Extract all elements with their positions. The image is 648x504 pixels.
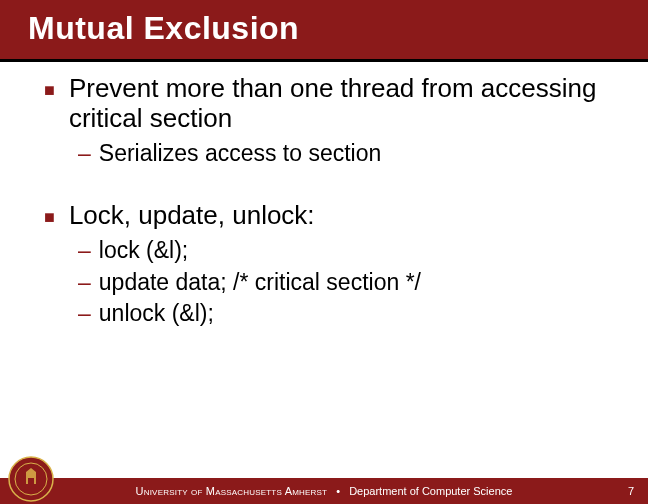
sub-bullet-item: – unlock (&l); <box>78 300 614 328</box>
page-number: 7 <box>628 485 634 497</box>
bullet-text: Lock, update, unlock: <box>69 201 315 231</box>
dash-bullet-icon: – <box>78 140 91 168</box>
square-bullet-icon: ■ <box>44 207 55 231</box>
bullet-text: Prevent more than one thread from access… <box>69 74 614 134</box>
sub-bullet-text: lock (&l); <box>99 237 188 265</box>
bullet-item: ■ Lock, update, unlock: <box>44 201 614 231</box>
sub-bullet-item: – Serializes access to section <box>78 140 614 168</box>
bullet-separator-icon: • <box>336 485 340 497</box>
slide-content: ■ Prevent more than one thread from acce… <box>0 62 648 328</box>
sub-bullet-item: – update data; /* critical section */ <box>78 269 614 297</box>
sub-bullet-item: – lock (&l); <box>78 237 614 265</box>
dash-bullet-icon: – <box>78 237 91 265</box>
slide-title: Mutual Exclusion <box>28 10 648 47</box>
dash-bullet-icon: – <box>78 269 91 297</box>
square-bullet-icon: ■ <box>44 80 55 134</box>
footer-text: University of Massachusetts Amherst • De… <box>136 485 513 497</box>
sub-bullet-text: Serializes access to section <box>99 140 382 168</box>
sub-bullet-text: update data; /* critical section */ <box>99 269 421 297</box>
sub-bullet-text: unlock (&l); <box>99 300 214 328</box>
svg-rect-2 <box>28 478 34 484</box>
university-seal-icon <box>8 456 54 502</box>
dash-bullet-icon: – <box>78 300 91 328</box>
title-bar: Mutual Exclusion <box>0 0 648 62</box>
footer-bar: University of Massachusetts Amherst • De… <box>0 478 648 504</box>
bullet-item: ■ Prevent more than one thread from acce… <box>44 74 614 134</box>
footer-department: Department of Computer Science <box>349 485 512 497</box>
footer-university: University of Massachusetts Amherst <box>136 485 328 497</box>
